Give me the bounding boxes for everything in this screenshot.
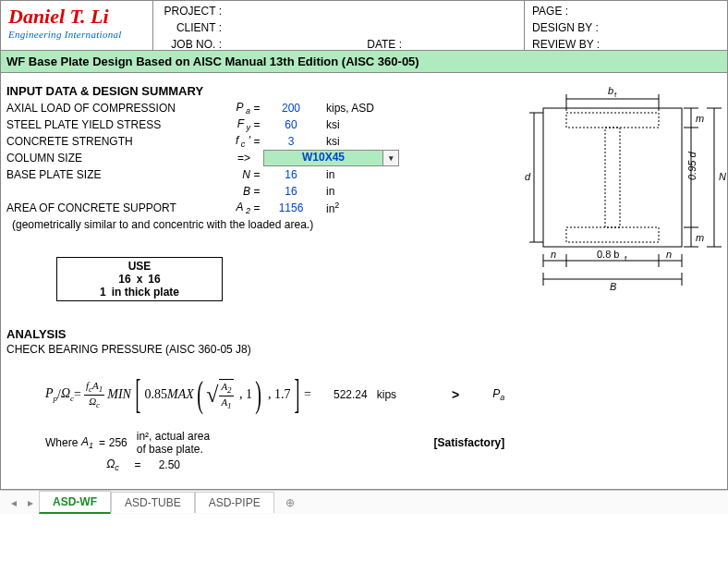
- svg-rect-1: [566, 113, 659, 128]
- date-label: DATE :: [359, 38, 406, 51]
- svg-text:m: m: [696, 113, 704, 124]
- axial-input[interactable]: [263, 102, 319, 115]
- column-select[interactable]: W10X45 ▾: [263, 150, 383, 166]
- fy-unit: ksi: [319, 118, 340, 131]
- a1-unit: in², actual area of base plate.: [137, 430, 222, 456]
- svg-text:f: f: [625, 254, 627, 262]
- tab-asd-wf[interactable]: ASD-WF: [39, 491, 111, 514]
- compare-pa: Pa: [492, 387, 504, 402]
- n-unit: in: [319, 168, 334, 181]
- logo-subtitle: Engineering International: [8, 29, 145, 40]
- use-box: USE 16 x 16 1 in thick plate: [56, 257, 223, 301]
- analysis-title: ANALYSIS: [6, 327, 504, 341]
- logo-name: Daniel T. Li: [8, 5, 145, 29]
- svg-text:f: f: [614, 91, 617, 99]
- omega-value: 2.50: [147, 458, 189, 471]
- tab-asd-tube[interactable]: ASD-TUBE: [111, 492, 195, 513]
- svg-text:m: m: [696, 232, 704, 243]
- fy-input[interactable]: [263, 118, 319, 131]
- bearing-title: CHECK BEARING PRESSURE (AISC 360-05 J8): [6, 343, 504, 356]
- pp-result: 522.24 kips: [334, 388, 396, 401]
- where-label: Where: [45, 436, 78, 449]
- add-sheet-icon[interactable]: ⊕: [280, 493, 300, 513]
- designby-label: DESIGN BY :: [532, 19, 720, 36]
- page-label: PAGE :: [532, 3, 720, 19]
- axial-label: AXIAL LOAD OF COMPRESSION: [6, 102, 210, 115]
- plate-diagram: bf d m 0.95 d m N n 0.8 bf: [516, 80, 728, 293]
- svg-text:b: b: [608, 85, 613, 96]
- tab-first-icon[interactable]: ◂: [6, 494, 22, 511]
- logo-block: Daniel T. Li Engineering International: [1, 1, 153, 50]
- use-title: USE: [59, 260, 220, 273]
- plate-label: BASE PLATE SIZE: [6, 168, 210, 181]
- a2-label: AREA OF CONCRETE SUPPORT: [6, 201, 210, 214]
- jobno-label: JOB NO. :: [161, 38, 225, 51]
- svg-text:n: n: [666, 249, 672, 260]
- page-title: WF Base Plate Design Based on AISC Manua…: [1, 51, 727, 73]
- tab-asd-pipe[interactable]: ASD-PIPE: [195, 492, 274, 513]
- reviewby-label: REVIEW BY :: [532, 36, 720, 53]
- b-unit: in: [319, 185, 334, 198]
- a2-input[interactable]: [263, 201, 319, 214]
- fy-label: STEEL PLATE YIELD STRESS: [6, 118, 210, 131]
- sheet-tabs: ◂ ▸ ASD-WF ASD-TUBE ASD-PIPE ⊕: [0, 490, 728, 514]
- svg-text:d: d: [525, 171, 531, 182]
- column-label: COLUMN SIZE: [6, 152, 210, 165]
- svg-text:B: B: [610, 281, 616, 292]
- axial-unit: kips, ASD: [319, 102, 374, 115]
- tab-next-icon[interactable]: ▸: [22, 494, 39, 511]
- bearing-formula: Pp/Ωc= fcA1Ωc MIN[0.85MAX( A2A1 , 1) , 1…: [45, 369, 504, 421]
- fc-unit: ksi: [319, 135, 340, 148]
- header-mid: PROJECT : CLIENT : JOB NO. : DATE :: [153, 1, 524, 50]
- b-input[interactable]: [263, 185, 319, 198]
- a1-value: 256: [107, 436, 136, 449]
- client-label: CLIENT :: [161, 21, 225, 34]
- chevron-down-icon[interactable]: ▾: [382, 150, 399, 166]
- svg-text:N: N: [719, 171, 726, 182]
- svg-text:0.8 b: 0.8 b: [597, 249, 619, 260]
- svg-rect-3: [605, 128, 620, 227]
- header-right: PAGE : DESIGN BY : REVIEW BY :: [524, 1, 727, 50]
- project-label: PROJECT :: [161, 5, 225, 18]
- svg-rect-2: [566, 227, 659, 242]
- satisfactory: [Satisfactory]: [434, 436, 505, 449]
- geom-note: (geometrically similar to and concentric…: [12, 218, 504, 231]
- fc-input[interactable]: [263, 135, 319, 148]
- compare-gt: >: [452, 387, 459, 402]
- header: Daniel T. Li Engineering International P…: [1, 1, 727, 51]
- svg-rect-0: [543, 108, 682, 247]
- n-input[interactable]: [263, 168, 319, 181]
- fc-label: CONCRETE STRENGTH: [6, 135, 210, 148]
- svg-text:n: n: [551, 249, 556, 260]
- svg-text:0.95 d: 0.95 d: [686, 152, 698, 180]
- input-section-title: INPUT DATA & DESIGN SUMMARY: [6, 84, 504, 98]
